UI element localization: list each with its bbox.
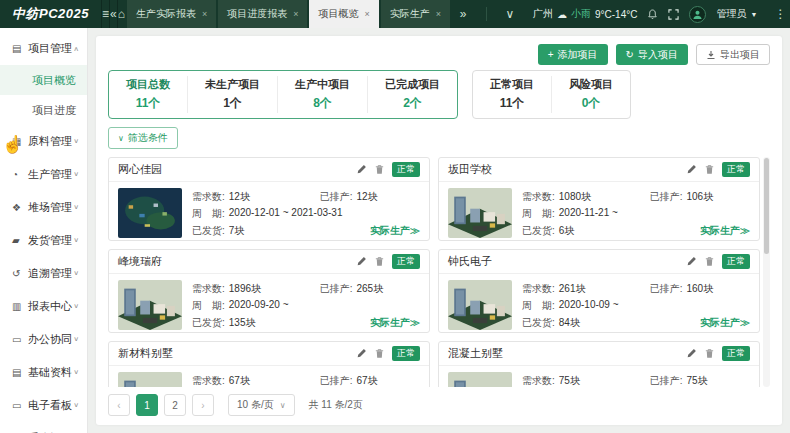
edit-pencil-icon[interactable]: [356, 256, 367, 267]
project-card-header: 网心佳园 正常: [109, 158, 429, 182]
sidebar-item[interactable]: ▦ 原料管理 ∨: [0, 125, 87, 158]
stackyard-icon: ❖: [12, 202, 28, 213]
plus-icon: +: [548, 49, 554, 60]
demand-label: 需求数:: [522, 282, 555, 296]
project-card-body: 需求数: 75块 已排产: 75块 周 期: ~: [439, 366, 759, 387]
tabs-overflow-icon[interactable]: »: [450, 7, 476, 21]
edit-pencil-icon[interactable]: [686, 348, 697, 359]
chevron-icon: ∨: [73, 402, 79, 409]
scheduled-value: 160块: [686, 282, 713, 296]
status-badge: 正常: [722, 254, 750, 269]
sidebar-item[interactable]: ▭ 办公协同 ∨: [0, 323, 87, 356]
sidebar-item[interactable]: ▰ 发货管理 ∨: [0, 224, 87, 257]
period-value: 2020-12-01 ~ 2021-03-31: [229, 207, 343, 221]
header-tab[interactable]: 实际生产 ×: [381, 0, 450, 28]
sidebar-item[interactable]: ❖ 堆场管理 ∨: [0, 191, 87, 224]
stat-value: 0个: [569, 95, 613, 112]
header-tab[interactable]: 项目概览 ×: [309, 0, 378, 28]
fullscreen-icon[interactable]: [668, 9, 679, 20]
delete-trash-icon[interactable]: [374, 348, 385, 359]
pagination-page-button[interactable]: 2: [164, 394, 186, 416]
edit-pencil-icon[interactable]: [356, 164, 367, 175]
sidebar-item[interactable]: ▥ 报表中心 ∨: [0, 290, 87, 323]
project-card: 钟氏电子 正常: [438, 249, 760, 333]
user-menu[interactable]: 管理员 ▼: [716, 7, 757, 21]
project-fields: 需求数: 261块 已排产: 160块 周 期: 2020-10-09 ~: [522, 280, 750, 331]
export-project-button[interactable]: 导出项目: [696, 44, 770, 65]
import-project-button[interactable]: ↻ 导入项目: [616, 44, 688, 65]
edit-pencil-icon[interactable]: [356, 348, 367, 359]
status-badge: 正常: [392, 254, 420, 269]
delete-trash-icon[interactable]: [704, 348, 715, 359]
tab-close-icon[interactable]: ×: [293, 9, 298, 19]
pagination-page-button[interactable]: 1: [136, 394, 158, 416]
actual-production-link[interactable]: 实际生产≫: [370, 316, 420, 330]
pagination-bar: ‹ 12 › 10 条/页 ∨ 共 11 条/2页: [108, 393, 770, 417]
actual-production-link[interactable]: 实际生产≫: [370, 224, 420, 238]
project-thumbnail: [448, 372, 512, 387]
home-icon[interactable]: ⌂: [117, 0, 125, 28]
status-badge: 正常: [722, 162, 750, 177]
tab-label: 项目进度报表: [227, 7, 287, 21]
sidebar-item[interactable]: ↺ 追溯管理 ∨: [0, 257, 87, 290]
more-options-icon[interactable]: ⋮: [767, 7, 790, 21]
project-overview-panel: + 添加项目 ↻ 导入项目 导出项目: [96, 36, 782, 425]
edit-pencil-icon[interactable]: [686, 256, 697, 267]
project-title: 新材料别墅: [118, 346, 173, 361]
add-project-button[interactable]: + 添加项目: [538, 44, 608, 65]
edit-pencil-icon[interactable]: [686, 164, 697, 175]
project-fields: 需求数: 67块 已排产: 67块 周 期: 2020-08-30 ~: [192, 372, 420, 387]
weather-city: 广州: [533, 7, 553, 21]
production-pie-icon: ◔: [12, 169, 28, 180]
tab-close-icon[interactable]: ×: [364, 9, 369, 19]
sidebar-item[interactable]: ⚙ 系统设置 ∨: [0, 422, 87, 433]
sidebar-collapse-icon[interactable]: «: [109, 0, 117, 28]
tab-close-icon[interactable]: ×: [436, 9, 441, 19]
sidebar-subitem[interactable]: 项目概览: [0, 65, 87, 95]
sidebar-subitem-label: 项目进度: [32, 103, 76, 118]
sidebar-item[interactable]: ▭ 电子看板 ∨: [0, 389, 87, 422]
actual-production-link[interactable]: 实际生产≫: [700, 224, 750, 238]
delete-trash-icon[interactable]: [374, 256, 385, 267]
chevron-down-icon: ∨: [118, 134, 124, 143]
scheduled-label: 已排产:: [650, 190, 683, 204]
delete-trash-icon[interactable]: [704, 256, 715, 267]
pagination-total: 共 11 条/2页: [309, 398, 363, 412]
scheduled-label: 已排产:: [650, 282, 683, 296]
sidebar-item[interactable]: ◔ 生产管理 ∨: [0, 158, 87, 191]
sidebar-item-label: 堆场管理: [28, 200, 73, 215]
page-size-select[interactable]: 10 条/页 ∨: [228, 394, 295, 416]
filter-conditions-button[interactable]: ∨ 筛选条件: [108, 127, 178, 149]
shipped-label: 已发货:: [522, 316, 555, 330]
sidebar-nav: ▤ 项目管理 ∧ 项目概览 项目进度 ▦ 原料管理 ∨ ◔ 生产管理 ∨ ❖ 堆…: [0, 28, 88, 433]
pagination-next-button[interactable]: ›: [192, 394, 214, 416]
header-tab[interactable]: 项目进度报表 ×: [218, 0, 307, 28]
tab-actions-dropdown-icon[interactable]: ∨: [497, 7, 523, 21]
header-tab[interactable]: 生产实际报表 ×: [127, 0, 216, 28]
sidebar-item[interactable]: ▤ 项目管理 ∧: [0, 32, 87, 65]
scrollbar-thumb[interactable]: [764, 158, 769, 254]
project-thumbnail: [448, 188, 512, 238]
actual-production-link[interactable]: 实际生产≫: [700, 316, 750, 330]
delete-trash-icon[interactable]: [704, 164, 715, 175]
user-avatar[interactable]: [689, 6, 706, 23]
sidebar-subitem[interactable]: 项目进度: [0, 95, 87, 125]
project-fields: 需求数: 75块 已排产: 75块 周 期: ~: [522, 372, 750, 387]
project-card: 网心佳园 正常: [108, 157, 430, 241]
project-card-actions: 正常: [686, 254, 750, 269]
project-card-body: 需求数: 1080块 已排产: 106块 周 期: 2020-11-21 ~: [439, 182, 759, 241]
tab-close-icon[interactable]: ×: [202, 9, 207, 19]
vertical-scrollbar[interactable]: [763, 157, 770, 387]
notification-bell-icon[interactable]: [647, 9, 658, 20]
pagination-prev-button[interactable]: ‹: [108, 394, 130, 416]
stat-label: 风险项目: [569, 77, 613, 92]
stat-label: 项目总数: [126, 77, 170, 92]
sidebar-item[interactable]: ▤ 基础资料 ∨: [0, 356, 87, 389]
chevron-down-icon: ▼: [750, 11, 757, 18]
project-card-actions: 正常: [356, 346, 420, 361]
materials-grid-icon: ▦: [12, 136, 28, 147]
hamburger-menu-icon[interactable]: ≡: [101, 0, 109, 28]
stat-item: 项目总数 11个: [109, 76, 188, 113]
delete-trash-icon[interactable]: [374, 164, 385, 175]
header-right-cluster: » ∨ 广州 ☁ 小雨 9°C-14°C: [450, 0, 790, 28]
